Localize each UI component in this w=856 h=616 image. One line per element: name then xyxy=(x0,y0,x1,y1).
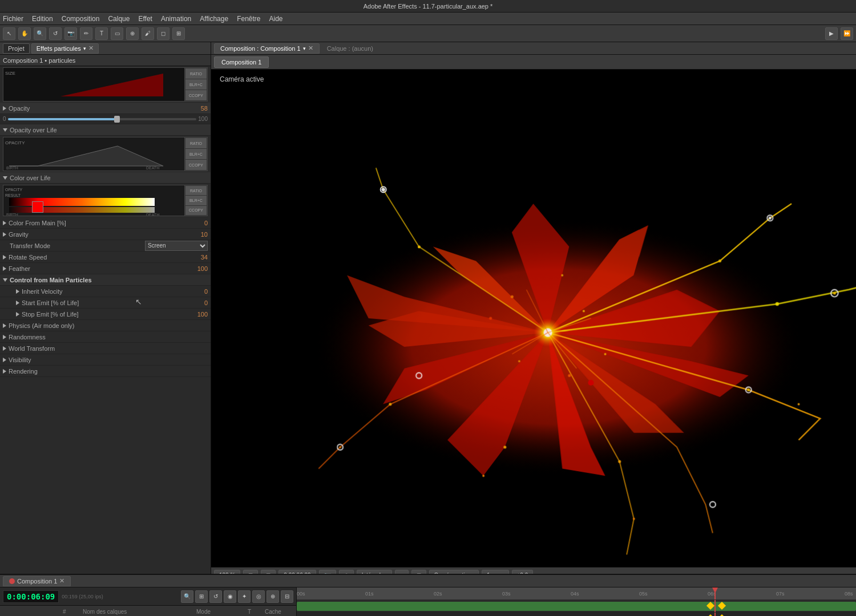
timeline-btn3[interactable]: ◉ xyxy=(224,590,236,603)
inherit-vel-value[interactable]: 0 xyxy=(185,288,208,295)
playhead[interactable] xyxy=(714,587,716,599)
opacity-over-life-row[interactable]: Opacity over Life xyxy=(0,124,211,136)
color-over-life-row[interactable]: Color over Life xyxy=(0,172,211,184)
opacity-toggle[interactable] xyxy=(3,106,6,111)
visibility-row[interactable]: Visibility xyxy=(0,354,211,366)
randomness-row[interactable]: Randomness xyxy=(0,331,211,343)
3d-btn[interactable]: ⊞ xyxy=(411,570,426,574)
mode-control[interactable]: Intégrale ▾ xyxy=(357,570,392,574)
timeline-btn6[interactable]: ⊕ xyxy=(267,590,279,603)
menu-calque[interactable]: Calque xyxy=(108,15,130,23)
tool-paint[interactable]: 🖌 xyxy=(142,27,154,40)
tool-hand[interactable]: ✋ xyxy=(18,27,31,40)
view-control[interactable]: 1 vue ▾ xyxy=(482,570,508,574)
tool-eraser[interactable]: ◻ xyxy=(157,27,169,40)
timeline-btn1[interactable]: ⊞ xyxy=(195,590,208,603)
snap-btn[interactable]: ⊕ xyxy=(339,570,354,574)
tool-zoom[interactable]: 🔍 xyxy=(34,27,46,40)
rotate-speed-value[interactable]: 34 xyxy=(185,254,208,261)
transfer-mode-row[interactable]: Transfer Mode Screen Normal Add Multiply xyxy=(0,240,211,252)
opacity-value[interactable]: 58 xyxy=(185,105,208,112)
world-transform-toggle[interactable] xyxy=(3,346,6,351)
comp-sub-tab[interactable]: Composition 1 xyxy=(214,56,269,68)
color-from-main-toggle[interactable] xyxy=(3,221,6,225)
menu-fichier[interactable]: Fichier xyxy=(3,15,23,23)
tool-puppet[interactable]: ⊞ xyxy=(172,27,185,40)
gravity-toggle[interactable] xyxy=(3,232,6,237)
physics-toggle[interactable] xyxy=(3,323,6,328)
feather-row[interactable]: Feather 100 xyxy=(0,263,211,274)
randomness-toggle[interactable] xyxy=(3,335,6,339)
rendering-row[interactable]: Rendering xyxy=(0,366,211,377)
inherit-vel-toggle[interactable] xyxy=(16,289,19,294)
tool-preview[interactable]: ⏩ xyxy=(841,27,853,40)
menu-aide[interactable]: Aide xyxy=(269,15,282,23)
menu-animation[interactable]: Animation xyxy=(161,15,191,23)
feather-toggle[interactable] xyxy=(3,266,6,271)
gravity-value[interactable]: 10 xyxy=(185,231,208,238)
comp-tab[interactable]: Composition : Composition 1 ▾ ✕ xyxy=(214,43,320,54)
project-tab[interactable]: Projet xyxy=(3,43,30,54)
rotate-speed-toggle[interactable] xyxy=(3,255,6,260)
timeline-tab[interactable]: Composition 1 ✕ xyxy=(3,576,71,586)
start-emit-label: Start Emit [% of Life] xyxy=(22,299,185,306)
timeline-search[interactable]: 🔍 xyxy=(181,590,193,603)
opacity-slider[interactable] xyxy=(8,118,197,120)
color-from-main-row[interactable]: Color From Main [%] 0 xyxy=(0,217,211,229)
camera-track-bar[interactable] xyxy=(297,602,856,611)
comp-canvas[interactable]: Caméra active xyxy=(211,70,856,567)
timeline-btn2[interactable]: ↺ xyxy=(209,590,222,603)
zoom-control[interactable]: 100 % xyxy=(214,570,240,574)
menu-fenetre[interactable]: Fenêtre xyxy=(237,15,260,23)
visibility-toggle[interactable] xyxy=(3,358,6,362)
ctrl-main-toggle[interactable] xyxy=(3,278,7,282)
color-over-life-toggle[interactable] xyxy=(3,176,7,180)
tool-render[interactable]: ▶ xyxy=(825,27,838,40)
rendering-toggle[interactable] xyxy=(3,369,6,374)
tool-clone[interactable]: ⊕ xyxy=(126,27,139,40)
menu-effet[interactable]: Effet xyxy=(138,15,152,23)
stop-emit-row[interactable]: Stop Emit [% of Life] 100 xyxy=(0,309,211,320)
timeline-btn7[interactable]: ⊟ xyxy=(281,590,293,603)
opacity-row[interactable]: Opacity 58 xyxy=(0,103,211,114)
tool-text[interactable]: T xyxy=(95,27,108,40)
timeline-tab-close[interactable]: ✕ xyxy=(59,577,64,585)
feather-value[interactable]: 100 xyxy=(185,265,208,272)
comp-tab-close[interactable]: ✕ xyxy=(308,44,313,52)
start-emit-value[interactable]: 0 xyxy=(185,299,208,306)
tool-rotate[interactable]: ↺ xyxy=(49,27,62,40)
resize-btn[interactable]: ⊞ xyxy=(243,570,258,574)
timecode-display[interactable]: 0:00:06:09 xyxy=(3,590,59,603)
menu-affichage[interactable]: Affichage xyxy=(200,15,228,23)
start-emit-row[interactable]: Start Emit [% of Life] 0 xyxy=(0,297,211,309)
ctrl-main-row[interactable]: Control from Main Particles xyxy=(0,274,211,286)
transfer-mode-select[interactable]: Screen Normal Add Multiply xyxy=(145,241,208,251)
timeline-btn5[interactable]: ◎ xyxy=(252,590,265,603)
tool-select[interactable]: ↖ xyxy=(3,27,15,40)
tool-camera[interactable]: 📷 xyxy=(64,27,77,40)
time-ruler[interactable]: 00s 01s 02s 03s 04s 05s 06s 07s 08s xyxy=(297,587,856,600)
stop-emit-value[interactable]: 100 xyxy=(185,311,208,318)
menu-edition[interactable]: Edition xyxy=(32,15,53,23)
rec-btn[interactable]: ● xyxy=(395,570,409,574)
physics-row[interactable]: Physics (Air mode only) xyxy=(0,320,211,331)
grid-btn[interactable]: ⊡ xyxy=(261,570,276,574)
color-from-main-value[interactable]: 0 xyxy=(185,220,208,226)
start-emit-toggle[interactable] xyxy=(16,301,19,305)
effects-tab-close[interactable]: ✕ xyxy=(88,44,94,52)
tool-shape[interactable]: ▭ xyxy=(111,27,123,40)
camera-icon[interactable]: 📷 xyxy=(319,570,336,574)
camera-active-control[interactable]: Caméra active ▾ xyxy=(429,570,479,574)
menu-composition[interactable]: Composition xyxy=(62,15,100,23)
opacity-over-life-toggle[interactable] xyxy=(3,128,7,132)
stop-emit-toggle[interactable] xyxy=(16,312,19,317)
tool-pen[interactable]: ✏ xyxy=(80,27,92,40)
rotate-speed-row[interactable]: Rotate Speed 34 xyxy=(0,252,211,263)
gravity-row[interactable]: Gravity 10 xyxy=(0,229,211,240)
visibility-label: Visibility xyxy=(9,356,208,363)
timeline-btn4[interactable]: ✦ xyxy=(238,590,251,603)
inherit-vel-row[interactable]: Inherit Velocity 0 xyxy=(0,286,211,297)
world-transform-row[interactable]: World Transform xyxy=(0,343,211,354)
svg-rect-10 xyxy=(9,207,155,213)
effects-tab[interactable]: Effets particules ▾ ✕ xyxy=(31,43,99,54)
